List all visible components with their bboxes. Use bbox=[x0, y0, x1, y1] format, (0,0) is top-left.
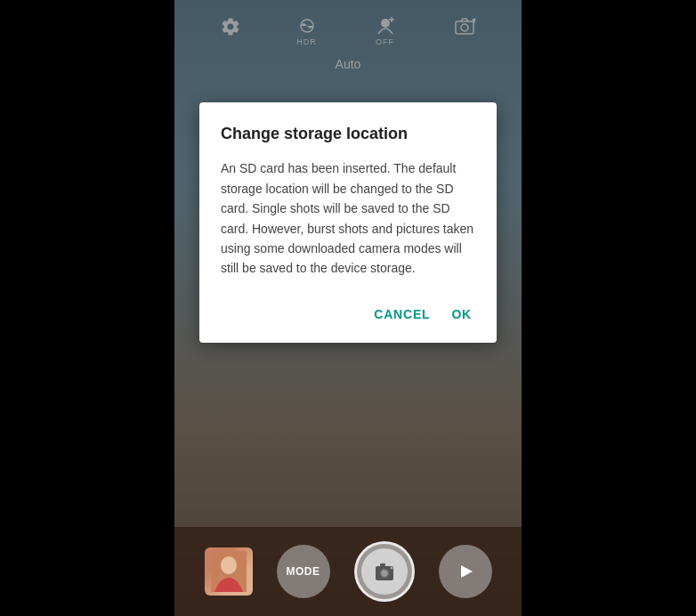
svg-marker-13 bbox=[461, 565, 473, 578]
gallery-thumbnail[interactable] bbox=[205, 547, 253, 596]
cancel-button[interactable]: CANCEL bbox=[370, 300, 433, 328]
svg-point-7 bbox=[221, 556, 237, 574]
bottom-bar: MODE bbox=[174, 527, 522, 616]
video-button[interactable] bbox=[439, 545, 492, 598]
shutter-button[interactable] bbox=[354, 541, 415, 602]
shutter-inner bbox=[361, 548, 408, 595]
thumbnail-image bbox=[205, 547, 253, 596]
svg-rect-11 bbox=[380, 563, 385, 566]
dialog: Change storage location An SD card has b… bbox=[199, 102, 497, 343]
phone-screen: HDR OFF Auto bbox=[174, 0, 522, 616]
dialog-actions: CANCEL OK bbox=[221, 296, 475, 328]
dialog-body: An SD card has been inserted. The defaul… bbox=[221, 158, 475, 278]
svg-point-10 bbox=[381, 571, 387, 577]
dialog-title: Change storage location bbox=[221, 124, 475, 144]
ok-button[interactable]: OK bbox=[448, 300, 475, 328]
svg-point-12 bbox=[390, 567, 393, 570]
mode-button[interactable]: MODE bbox=[277, 545, 330, 598]
